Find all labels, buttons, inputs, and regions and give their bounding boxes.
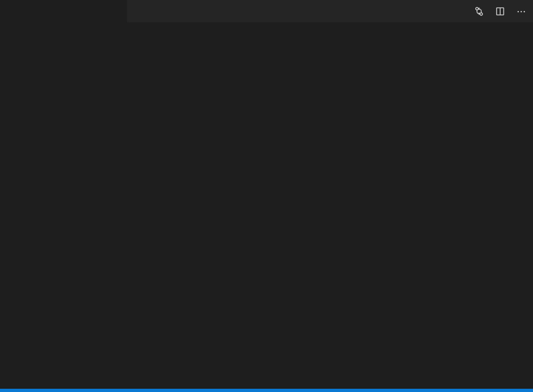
minimap[interactable] [492,36,530,389]
editor-tab[interactable] [0,0,127,22]
code-lines [0,36,490,389]
status-bar [0,389,533,392]
split-editor-icon[interactable] [495,6,505,17]
more-actions-icon[interactable] [516,6,527,17]
editor[interactable] [0,36,533,389]
tab-bar [0,0,533,22]
breadcrumb [0,22,533,36]
open-changes-icon[interactable] [474,6,484,17]
editor-actions [474,0,533,22]
